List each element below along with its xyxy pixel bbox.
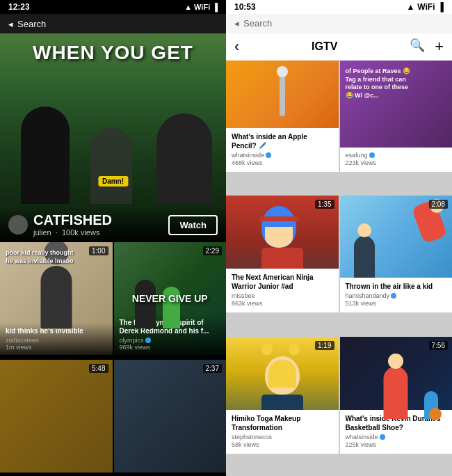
person-silhouette-3: [90, 127, 132, 204]
left-thumb-1[interactable]: poor kid really thoughthe was invisible …: [0, 242, 113, 355]
watch-button[interactable]: Watch: [168, 215, 218, 235]
right-wifi-icon: WiFi: [417, 2, 435, 12]
right-title-5: Himiko Toga Makeup Transformation: [232, 414, 333, 432]
left-thumb-4[interactable]: 2:37: [114, 360, 227, 473]
hero-video[interactable]: WHEN YOU GET Damn! CATFISHED julien · 10…: [0, 33, 226, 242]
right-views-2: 223k views: [346, 159, 447, 166]
right-thumb-4[interactable]: 2:08 Thrown in the air like a kid hamish…: [340, 196, 453, 312]
hero-avatar: [8, 215, 28, 235]
right-duration-4: 2:08: [429, 200, 448, 209]
right-views-6: 125k views: [346, 441, 447, 448]
right-channel-4: hamishandandy: [346, 292, 447, 299]
wifi-icon: WiFi: [194, 3, 210, 11]
duration-2: 2:29: [203, 246, 222, 255]
right-info-4: Thrown in the air like a kid hamishandan…: [340, 278, 453, 312]
right-info-1: What's inside an Apple Pencil? 🖊️ whatsi…: [226, 128, 339, 172]
right-video-grid: What's inside an Apple Pencil? 🖊️ whatsi…: [226, 61, 452, 476]
right-title-3: The Next American Ninja Warrior Junior #…: [232, 273, 333, 291]
right-nav-bar: ‹ IGTV 🔍 +: [226, 33, 452, 61]
right-search-icon[interactable]: 🔍: [410, 38, 425, 56]
back-arrow-icon: ◂: [8, 19, 13, 29]
right-thumb-6[interactable]: 7:56 What's inside Kevin Durant's Basket…: [340, 337, 453, 454]
right-thumb-5[interactable]: 1:19 Himiko Toga Makeup Transformation s…: [226, 337, 339, 454]
right-duration-6: 7:56: [429, 341, 448, 350]
left-thumb-2[interactable]: NEVER GIVE UP 2:29 The true Olympic spir…: [114, 242, 227, 355]
right-verified-6: [380, 434, 385, 440]
right-thumb-1[interactable]: What's inside an Apple Pencil? 🖊️ whatsi…: [226, 61, 339, 172]
hero-big-title: CATFISHED: [33, 213, 168, 227]
battery-icon: ▐: [212, 3, 218, 11]
right-duration-3: 1:35: [315, 200, 334, 209]
hero-title-top: WHEN YOU GET: [0, 42, 226, 64]
verified-icon-2: [145, 338, 151, 343]
right-channel-2: esafung: [346, 152, 447, 159]
thumb-views-1: 1m views: [6, 344, 107, 351]
hero-sub: julien · 100k views: [33, 228, 168, 237]
hero-author: julien: [33, 228, 51, 237]
never-give-up-text: NEVER GIVE UP: [132, 293, 208, 305]
right-thumb-3[interactable]: 1:35 The Next American Ninja Warrior Jun…: [226, 196, 339, 312]
thumb-channel-1: zodiacsteen: [6, 337, 107, 344]
left-video-grid: poor kid really thoughthe was invisible …: [0, 242, 226, 476]
right-title-4: Thrown in the air like a kid: [346, 282, 447, 291]
search-label: Search: [17, 19, 46, 29]
hero-info: CATFISHED julien · 100k views: [33, 213, 168, 237]
person-silhouette-2: [156, 113, 212, 204]
right-search-hint[interactable]: ◂ Search: [226, 14, 452, 33]
right-verified-4: [391, 293, 396, 299]
left-search-bar[interactable]: ◂ Search: [0, 14, 226, 33]
right-nav-icons: 🔍 +: [410, 38, 444, 56]
person-silhouette-1: [21, 106, 70, 204]
duration-4: 2:37: [203, 364, 222, 373]
right-channel-5: stephstonecos: [232, 434, 333, 441]
left-time: 12:23: [8, 2, 30, 12]
right-title-1: What's inside an Apple Pencil? 🖊️: [232, 132, 333, 150]
right-search-back: ◂: [234, 18, 239, 29]
right-verified-1: [266, 152, 271, 158]
top-text-1: poor kid really thoughthe was invisible …: [6, 249, 74, 265]
right-panel: 10:53 ▲ WiFi ▐ ◂ Search ‹ IGTV 🔍 + What'…: [226, 0, 452, 476]
hero-bottom: CATFISHED julien · 100k views Watch: [0, 207, 226, 242]
hero-views: 100k views: [62, 228, 99, 237]
right-views-4: 513k views: [346, 300, 447, 307]
right-search-label: Search: [243, 18, 272, 29]
right-channel-1: whatsinside: [232, 152, 333, 159]
left-status-icons: ▲ WiFi ▐: [184, 3, 218, 11]
right-views-1: 468k views: [232, 159, 333, 166]
left-panel: 12:23 ▲ WiFi ▐ ◂ Search WHEN YOU GET Dam…: [0, 0, 226, 476]
right-battery-icon: ▐: [437, 2, 444, 12]
right-duration-5: 1:19: [315, 341, 334, 350]
signal-icon: ▲: [184, 3, 192, 11]
damn-badge: Damn!: [98, 176, 128, 187]
duration-1: 1:00: [89, 246, 108, 255]
right-channel-6: whatsinside: [346, 434, 447, 441]
thumb-channel-2: olympics: [120, 337, 221, 344]
duration-3: 5:48: [89, 364, 108, 373]
right-nav-title: IGTV: [312, 40, 337, 53]
right-views-5: 58k views: [232, 441, 333, 448]
right-verified-2: [369, 152, 375, 158]
right-channel-3: missbee: [232, 292, 333, 299]
left-thumb-3[interactable]: 5:48: [0, 360, 113, 473]
right-views-3: 863k views: [232, 300, 333, 307]
right-thumb-2[interactable]: of People at Raves 😂Tag a friend that ca…: [340, 61, 453, 172]
right-info-3: The Next American Ninja Warrior Junior #…: [226, 269, 339, 312]
right-status-bar: 10:53 ▲ WiFi ▐: [226, 0, 452, 14]
right-add-icon[interactable]: +: [435, 38, 444, 56]
right-signal-icon: ▲: [406, 2, 414, 12]
left-status-bar: 12:23 ▲ WiFi ▐: [0, 0, 226, 14]
thumb-views-2: 969k views: [120, 344, 221, 351]
right-back-icon[interactable]: ‹: [234, 38, 239, 56]
right-time: 10:53: [234, 2, 256, 12]
right-info-2: esafung 223k views: [340, 148, 453, 172]
right-info-5: Himiko Toga Makeup Transformation stephs…: [226, 410, 339, 454]
